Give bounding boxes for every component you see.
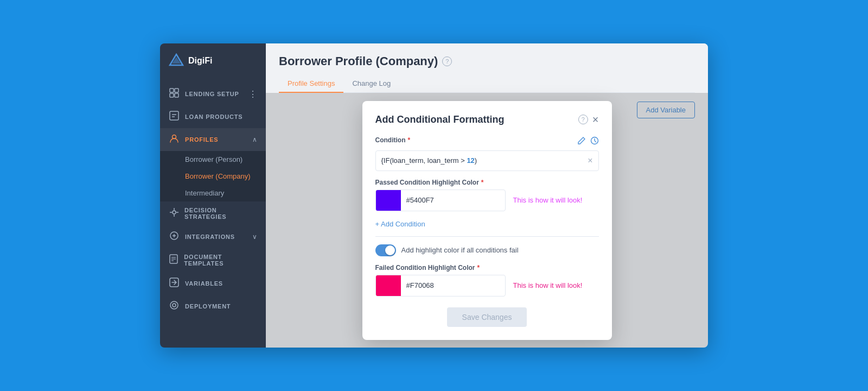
add-condition-button[interactable]: + Add Condition (375, 220, 425, 228)
sidebar-item-decision-strategies[interactable]: Decision Strategies (160, 201, 266, 225)
integrations-chevron-icon: ∨ (252, 233, 257, 241)
sidebar-item-document-templates[interactable]: Document Templates (160, 248, 266, 272)
sidebar-item-borrower-person[interactable]: Borrower (Person) (160, 151, 266, 168)
toggle-knob (385, 245, 395, 255)
passed-color-swatch[interactable] (376, 190, 401, 211)
svg-rect-2 (170, 89, 174, 92)
condition-input[interactable]: {IF(loan_term, loan_term > 12) × (375, 150, 599, 171)
sidebar-item-borrower-company[interactable]: Borrower (Company) (160, 168, 266, 185)
digifi-logo-icon (169, 53, 184, 68)
profiles-icon (169, 134, 180, 146)
svg-rect-3 (175, 89, 178, 92)
sidebar: DigiFi Lending Setup ⋮ (160, 43, 266, 348)
condition-input-text: {IF(loan_term, loan_term > 12) (381, 156, 477, 165)
passed-color-field: Passed Condition Highlight Color * This … (375, 179, 599, 211)
sidebar-item-profiles-label: Profiles (185, 136, 218, 143)
svg-point-22 (173, 304, 176, 307)
tab-change-log[interactable]: Change Log (343, 75, 399, 93)
profiles-chevron-icon: ∧ (252, 136, 257, 143)
failed-color-required-star: * (477, 264, 480, 272)
condition-field: Condition * (375, 136, 599, 171)
decision-strategies-icon (169, 207, 179, 219)
sidebar-item-deployment[interactable]: Deployment (160, 295, 266, 318)
sidebar-item-integrations-label: Integrations (185, 234, 235, 240)
svg-rect-4 (170, 93, 174, 97)
deployment-icon (169, 300, 180, 312)
failed-color-row (375, 275, 506, 297)
modal-help-icon[interactable]: ? (578, 115, 588, 124)
save-changes-button[interactable]: Save Changes (447, 307, 527, 327)
condition-clear-button[interactable]: × (588, 156, 592, 166)
sidebar-item-variables-label: Variables (185, 280, 223, 287)
failed-color-field: Failed Condition Highlight Color * This … (375, 264, 599, 297)
tab-profile-settings[interactable]: Profile Settings (279, 75, 343, 93)
svg-rect-6 (170, 111, 178, 120)
sidebar-item-deployment-label: Deployment (185, 303, 231, 310)
passed-color-preview: This is how it will look! (513, 196, 583, 204)
page-help-icon[interactable]: ? (442, 56, 452, 66)
sidebar-item-lending-setup-label: Lending Setup (185, 91, 239, 97)
condition-highlight-value: 12 (467, 156, 474, 165)
condition-action-icons (577, 136, 599, 147)
svg-point-10 (173, 211, 176, 214)
loan-products-icon (169, 111, 180, 123)
sidebar-item-variables[interactable]: Variables (160, 272, 266, 295)
page-body: Add Variable Add Conditional Formatting … (266, 93, 708, 348)
modal-title: Add Conditional Formatting (375, 114, 574, 125)
add-condition-row: + Add Condition (375, 219, 599, 229)
sidebar-logo: DigiFi (160, 43, 266, 78)
condition-label: Condition * (375, 136, 411, 144)
modal-close-button[interactable]: × (592, 114, 599, 125)
passed-color-required-star: * (481, 179, 484, 186)
main-content: Borrower Profile (Company) ? Profile Set… (266, 43, 708, 348)
sidebar-item-loan-products-label: Loan Products (185, 113, 242, 120)
fail-condition-toggle[interactable] (375, 244, 396, 256)
modal-header: Add Conditional Formatting ? × (375, 114, 599, 125)
integrations-icon (169, 231, 180, 243)
svg-point-21 (170, 301, 178, 309)
condition-edit-icon[interactable] (577, 136, 586, 147)
passed-color-hex-input[interactable] (401, 192, 505, 209)
page-title-row: Borrower Profile (Company) ? (279, 54, 695, 68)
sidebar-item-document-templates-label: Document Templates (184, 254, 257, 267)
failed-color-swatch[interactable] (376, 275, 401, 296)
sidebar-item-profiles[interactable]: Profiles ∧ (160, 128, 266, 151)
lending-setup-dots-icon: ⋮ (248, 89, 257, 99)
divider (375, 236, 599, 237)
logo-text: DigiFi (188, 56, 212, 66)
sidebar-item-decision-strategies-label: Decision Strategies (184, 207, 257, 220)
failed-color-label: Failed Condition Highlight Color * (375, 264, 599, 272)
profiles-subnav: Borrower (Person) Borrower (Company) Int… (160, 151, 266, 201)
toggle-label: Add highlight color if all conditions fa… (401, 246, 519, 254)
sidebar-item-loan-products[interactable]: Loan Products (160, 105, 266, 128)
document-templates-icon (169, 254, 178, 266)
modal-footer: Save Changes (375, 307, 599, 327)
modal-overlay: Add Conditional Formatting ? × Condition (266, 93, 708, 348)
failed-color-hex-input[interactable] (401, 277, 505, 294)
conditional-formatting-modal: Add Conditional Formatting ? × Condition (362, 101, 612, 340)
lending-setup-icon (169, 88, 180, 100)
passed-color-row (375, 190, 506, 211)
sidebar-item-lending-setup[interactable]: Lending Setup ⋮ (160, 83, 266, 105)
page-title: Borrower Profile (Company) (279, 54, 438, 68)
condition-field-wrapper: Condition * (375, 136, 599, 171)
condition-required-star: * (407, 136, 410, 144)
failed-color-preview: This is how it will look! (513, 281, 583, 289)
passed-color-label: Passed Condition Highlight Color * (375, 179, 599, 186)
sidebar-item-intermediary[interactable]: Intermediary (160, 185, 266, 201)
toggle-row: Add highlight color if all conditions fa… (375, 244, 599, 256)
svg-rect-5 (175, 93, 178, 97)
sidebar-item-integrations[interactable]: Integrations ∨ (160, 225, 266, 248)
condition-history-icon[interactable] (590, 136, 599, 147)
page-tabs: Profile Settings Change Log (279, 75, 695, 93)
variables-icon (169, 278, 180, 289)
page-header: Borrower Profile (Company) ? Profile Set… (266, 43, 708, 93)
sidebar-navigation: Lending Setup ⋮ Loan Products (160, 78, 266, 348)
